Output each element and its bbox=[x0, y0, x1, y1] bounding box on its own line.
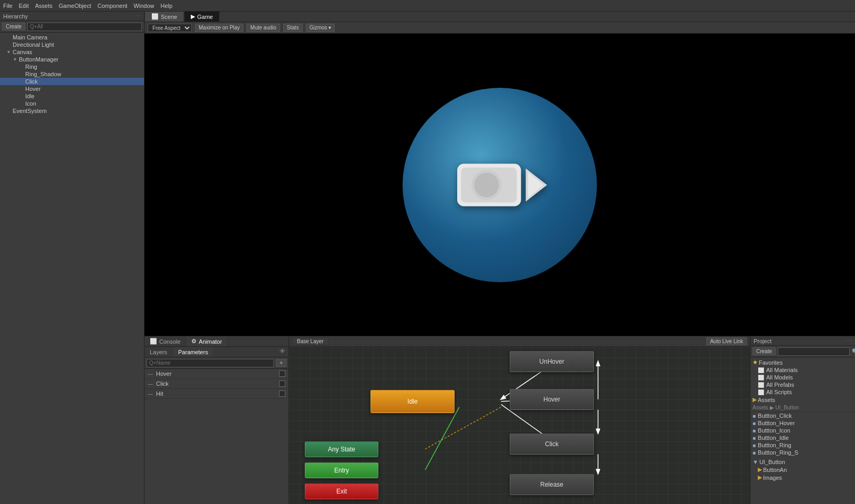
proj-btn-idle[interactable]: ■ Buttton_Idle bbox=[750, 434, 855, 441]
file-icon: ■ bbox=[753, 450, 756, 456]
hierarchy-toolbar: Create bbox=[0, 21, 144, 33]
hierarchy-item-button-manager[interactable]: ▼ ButtonManager bbox=[0, 56, 144, 63]
menu-window[interactable]: Window bbox=[133, 3, 154, 9]
svg-line-13 bbox=[425, 407, 459, 470]
hierarchy-item-main-camera[interactable]: Main Camera bbox=[0, 34, 144, 41]
hierarchy-item-idle[interactable]: Idle bbox=[0, 92, 144, 100]
project-tree: ★ Favorites ⬜ All Materials ⬜ All Models… bbox=[750, 357, 855, 504]
proj-images-folder[interactable]: ▶ Images bbox=[750, 474, 855, 481]
hierarchy-item-ring[interactable]: Ring bbox=[0, 63, 144, 70]
param-hit-checkbox[interactable] bbox=[279, 390, 285, 397]
parameters-tab[interactable]: Parameters bbox=[173, 347, 214, 357]
file-icon: ■ bbox=[753, 420, 756, 426]
param-hover[interactable]: — Hover bbox=[145, 369, 289, 379]
images-folder-icon: ▶ bbox=[758, 474, 762, 481]
fav-all-materials[interactable]: ⬜ All Materials bbox=[750, 366, 855, 374]
favorites-section[interactable]: ★ Favorites bbox=[750, 358, 855, 366]
console-tab-icon: ⬜ bbox=[150, 338, 157, 345]
project-search-input[interactable] bbox=[778, 347, 850, 356]
state-node-release[interactable]: Release bbox=[510, 474, 594, 495]
menu-edit[interactable]: Edit bbox=[19, 3, 29, 9]
proj-button-an-folder[interactable]: ▶ ButtonAn bbox=[750, 466, 855, 474]
menu-gameobject[interactable]: GameObject bbox=[59, 3, 91, 9]
game-tab-label: Game bbox=[197, 14, 213, 20]
assets-section[interactable]: ▶ Assets bbox=[750, 396, 855, 404]
animator-state-machine[interactable]: Idle UnHover Hover Click Release bbox=[289, 347, 750, 504]
state-node-click[interactable]: Click bbox=[510, 434, 594, 455]
scene-tab-icon: ⬜ bbox=[151, 13, 159, 20]
params-list: — Hover — Click — Hit bbox=[145, 369, 289, 399]
state-node-unhover[interactable]: UnHover bbox=[510, 351, 594, 372]
state-machine-canvas: Idle UnHover Hover Click Release bbox=[289, 347, 750, 504]
proj-btn-icon[interactable]: ■ Buttton_Icon bbox=[750, 427, 855, 434]
center-area: ⬜ Scene ▶ Game Free Aspect Maximize on P… bbox=[145, 12, 855, 504]
gizmos-btn[interactable]: Gizmos ▾ bbox=[306, 24, 335, 32]
hierarchy-search-input[interactable] bbox=[27, 23, 142, 31]
project-toolbar: Create 🔍 ⚙ bbox=[750, 346, 855, 357]
project-panel: Project ⋯ Create 🔍 ⚙ ★ Favorites bbox=[750, 336, 855, 504]
params-toolbar: + bbox=[145, 357, 289, 369]
hierarchy-resize-icon: ⋯ bbox=[135, 13, 141, 19]
state-node-entry[interactable]: Entry bbox=[305, 462, 378, 478]
fav-all-models[interactable]: ⬜ All Models bbox=[750, 374, 855, 381]
auto-live-link-btn[interactable]: Auto Live Link bbox=[706, 337, 747, 345]
layers-tab[interactable]: Layers bbox=[145, 347, 173, 357]
hierarchy-header: Hierarchy ⋯ bbox=[0, 12, 144, 21]
hierarchy-title: Hierarchy bbox=[3, 13, 28, 19]
params-search-input[interactable] bbox=[147, 359, 274, 367]
param-click[interactable]: — Click bbox=[145, 379, 289, 389]
mute-audio-btn[interactable]: Mute audio bbox=[246, 24, 280, 32]
fav-all-scripts[interactable]: ⬜ All Scripts bbox=[750, 388, 855, 396]
fav-all-prefabs[interactable]: ⬜ All Prefabs bbox=[750, 381, 855, 388]
project-search-icon: 🔍 bbox=[852, 348, 855, 354]
state-node-exit[interactable]: Exit bbox=[305, 484, 378, 499]
console-tab[interactable]: ⬜ Console bbox=[145, 336, 186, 346]
menu-assets[interactable]: Assets bbox=[35, 3, 53, 9]
param-click-checkbox[interactable] bbox=[279, 380, 285, 387]
base-layer-tab[interactable]: Base Layer bbox=[292, 337, 328, 345]
proj-btn-ring-s[interactable]: ■ Buttton_Ring_S bbox=[750, 449, 855, 456]
menu-help[interactable]: Help bbox=[160, 3, 172, 9]
animator-tab[interactable]: ⚙ Animator bbox=[186, 336, 228, 346]
hierarchy-panel: Hierarchy ⋯ Create Main Camera Direction… bbox=[0, 12, 145, 504]
hierarchy-items: Main Camera Directional Light ▼ Canvas ▼… bbox=[0, 33, 144, 504]
param-hit[interactable]: — Hit bbox=[145, 389, 289, 399]
hierarchy-item-directional-light[interactable]: Directional Light bbox=[0, 41, 144, 48]
zoom-button-preview bbox=[403, 88, 597, 282]
aspect-ratio-select[interactable]: Free Aspect bbox=[148, 24, 192, 32]
param-hover-checkbox[interactable] bbox=[279, 371, 285, 377]
assets-folder-icon: ▶ bbox=[753, 396, 757, 403]
stats-btn[interactable]: Stats bbox=[283, 24, 303, 32]
hierarchy-item-event-system[interactable]: EventSystem bbox=[0, 107, 144, 115]
animator-subtabs: Layers Parameters 👁 bbox=[145, 347, 289, 357]
hierarchy-create-button[interactable]: Create bbox=[2, 23, 25, 30]
svg-line-12 bbox=[425, 407, 501, 449]
base-layer-btn[interactable]: Base Layer bbox=[292, 337, 328, 345]
assets-breadcrumb: Assets ▶ UI_Button bbox=[750, 404, 855, 412]
add-param-btn[interactable]: + bbox=[276, 359, 286, 367]
maximize-on-play-btn[interactable]: Maximize on Play bbox=[195, 24, 243, 32]
proj-btn-hover[interactable]: ■ Buttton_Hover bbox=[750, 419, 855, 427]
state-node-hover[interactable]: Hover bbox=[510, 389, 594, 410]
materials-icon: ⬜ bbox=[758, 367, 764, 373]
state-node-idle[interactable]: Idle bbox=[370, 390, 455, 413]
hierarchy-item-canvas[interactable]: ▼ Canvas bbox=[0, 48, 144, 56]
game-tab[interactable]: ▶ Game bbox=[184, 12, 220, 22]
hierarchy-item-icon[interactable]: Icon bbox=[0, 100, 144, 107]
proj-btn-ring[interactable]: ■ Buttton_Ring bbox=[750, 441, 855, 449]
animator-tab-label: Animator bbox=[199, 338, 222, 345]
menu-component[interactable]: Component bbox=[97, 3, 127, 9]
animator-left-panel: ⬜ Console ⚙ Animator Layers Parameters bbox=[145, 336, 289, 504]
project-create-btn[interactable]: Create bbox=[753, 347, 776, 355]
eye-visibility-icon[interactable]: 👁 bbox=[276, 347, 289, 357]
menu-file[interactable]: File bbox=[3, 3, 13, 9]
hierarchy-item-click[interactable]: Click bbox=[0, 78, 144, 85]
hierarchy-item-ring-shadow[interactable]: Ring_Shadow bbox=[0, 70, 144, 78]
scene-tab[interactable]: ⬜ Scene bbox=[145, 12, 184, 22]
game-viewport bbox=[145, 34, 855, 336]
hierarchy-item-hover[interactable]: Hover bbox=[0, 85, 144, 92]
state-node-any-state[interactable]: Any State bbox=[305, 441, 378, 457]
proj-ui-button-folder[interactable]: ▼ UI_Button bbox=[750, 458, 855, 466]
proj-btn-click[interactable]: ■ Buttton_Click bbox=[750, 412, 855, 419]
models-icon: ⬜ bbox=[758, 375, 764, 380]
